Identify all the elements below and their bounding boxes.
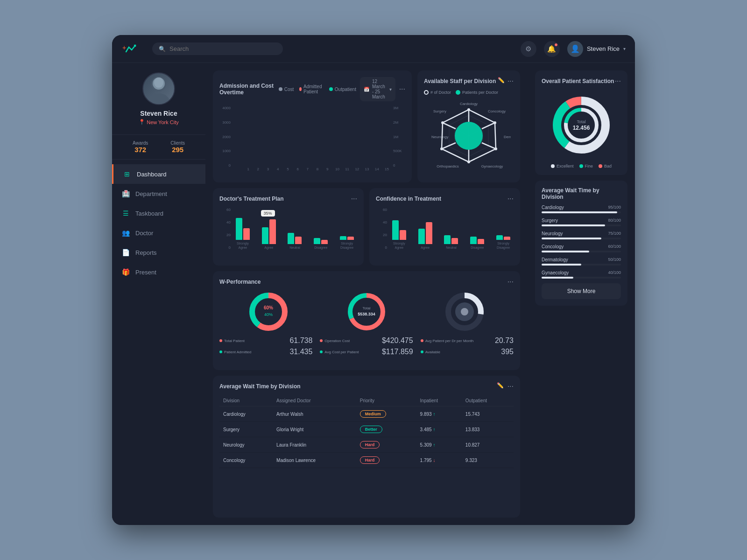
sidebar-item-taskboard[interactable]: ☰ Taskboard: [112, 203, 205, 223]
wperf-title: W-Performance: [219, 279, 261, 285]
location-icon: 📍: [139, 119, 145, 125]
svg-text:40%: 40%: [264, 312, 273, 317]
content-area: Admission and Cost Overtime Cost: [205, 63, 635, 525]
satisfaction-menu[interactable]: ···: [615, 77, 621, 85]
wperf-header: W-Performance ···: [219, 278, 514, 286]
donut1-container: 60% 40%: [247, 291, 289, 333]
settings-button[interactable]: ⚙: [521, 41, 536, 57]
chevron-down-icon: ▾: [623, 46, 626, 51]
date-filter[interactable]: 📅 12 March - 25 March ▾: [360, 77, 395, 101]
division-bar-dermatology: Dermatology 50/100: [542, 257, 621, 266]
admission-menu[interactable]: ···: [399, 85, 405, 93]
big-donut: Total 12.456: [542, 90, 621, 160]
bar-group-9: 9: [323, 167, 332, 171]
clients-stat: Clients 295: [170, 140, 185, 154]
wait-time-card: Average Wait Time by Division Cardiology…: [535, 181, 627, 306]
bars-area: 1 2 3 4 5: [233, 106, 391, 171]
spider-chart: Cardiology Concology Dermatology Gynaeco…: [424, 98, 514, 173]
table-title: Average Wait Time by Division: [219, 383, 301, 390]
edit-icon[interactable]: ✏️: [498, 77, 505, 85]
table-menu[interactable]: ···: [507, 382, 514, 391]
stat-operation-cost: Operation Cost $420.475: [320, 336, 413, 345]
svg-text:Total: Total: [577, 119, 585, 124]
bar-group-14: 14: [373, 167, 381, 171]
stat-patient-admitted: Patient Admitted 31.435: [219, 348, 312, 356]
doctor-icon: 👥: [121, 229, 130, 237]
header-right: ⚙ 🔔 👤 Steven Rice ▾: [521, 41, 626, 57]
sidebar-item-department[interactable]: 🏥 Department: [112, 184, 205, 203]
calendar-icon: 📅: [364, 87, 369, 92]
show-more-button[interactable]: Show More: [542, 283, 621, 299]
staff-card-title: Available Staff per Division: [424, 78, 496, 84]
donut-row: 60% 40% Total $538.334: [219, 291, 514, 333]
bar-group-3: 3: [263, 167, 272, 171]
admission-card: Admission and Cost Overtime Cost: [213, 70, 412, 182]
sidebar-item-present[interactable]: 🎁 Present: [112, 262, 205, 282]
app-container: + 🔍 ⚙ 🔔 👤 Steven Rice ▾: [112, 35, 635, 525]
wperf-stats: Total Patient 61.738 Operation Cost $420…: [219, 336, 514, 356]
division-bar-cardiology: Cardiology 95/100: [542, 205, 621, 213]
bar-group-11: 11: [343, 167, 352, 171]
wait-time-header: Average Wait Time by Division: [542, 187, 621, 200]
user-info[interactable]: 👤 Steven Rice ▾: [567, 41, 626, 57]
svg-text:Surgery: Surgery: [433, 109, 446, 113]
search-bar[interactable]: 🔍: [152, 42, 283, 55]
treatment-chart: 60 40 20 0 35%: [219, 208, 357, 259]
sidebar-item-doctor[interactable]: 👥 Doctor: [112, 223, 205, 243]
division-bars: Cardiology 95/100 Surgery 80/100 Neurolo…: [542, 205, 621, 279]
right-panel: Overall Patient Satisfaction ···: [528, 63, 635, 525]
sidebar-item-dashboard[interactable]: ⊞ Dashboard: [112, 164, 205, 184]
division-bar-surgery: Surgery 80/100: [542, 218, 621, 226]
svg-line-32: [442, 143, 456, 149]
svg-text:+: +: [122, 44, 126, 51]
svg-text:Total: Total: [363, 306, 371, 310]
bar-group-1: 1: [244, 167, 253, 171]
bar-group-strongly-agree: StronglyAgree: [233, 200, 253, 250]
bar-group-15: 15: [382, 167, 391, 171]
legend-admitted: Admitted Patient: [299, 84, 323, 94]
header: + 🔍 ⚙ 🔔 👤 Steven Rice ▾: [112, 35, 635, 63]
bar-group-10: 10: [333, 167, 342, 171]
svg-text:Concology: Concology: [488, 109, 506, 113]
notifications-button[interactable]: 🔔: [544, 41, 560, 57]
treatment-card: Doctor's Treatment Plan ··· 60 40 20 0: [213, 188, 364, 266]
admission-card-header: Admission and Cost Overtime Cost: [219, 77, 405, 101]
profile-section: Steven Rice 📍 New York City: [112, 72, 205, 135]
donut3-container: [444, 291, 486, 333]
nav-items: ⊞ Dashboard 🏥 Department ☰ Taskboard 👥 D…: [112, 160, 205, 516]
svg-text:Orthopaedics: Orthopaedics: [437, 164, 459, 168]
doctor-count-dot: [424, 90, 429, 95]
division-bar-gynaecology: Gynaecology 40/100: [542, 270, 621, 279]
stat-total-patient: Total Patient 61.738: [219, 336, 312, 345]
satisfaction-header: Overall Patient Satisfaction ···: [542, 77, 621, 85]
sidebar: Steven Rice 📍 New York City Awards 372 C…: [112, 63, 205, 525]
division-bar-concology: Concology 60/100: [542, 244, 621, 252]
department-icon: 🏥: [121, 189, 130, 198]
table-wrap: Division Assigned Doctor Priority Inpati…: [219, 395, 514, 468]
middle-row: Doctor's Treatment Plan ··· 60 40 20 0: [213, 188, 520, 266]
stat-avg-cost: Avg Cost per Patient $117.859: [320, 348, 413, 356]
wperformance-card: W-Performance ··· 60% 40%: [213, 271, 520, 370]
bar-group-5: 5: [283, 167, 292, 171]
logo: +: [121, 41, 138, 57]
confidence-chart: 60 40 20 0 Str: [376, 208, 514, 259]
svg-point-21: [455, 122, 483, 150]
col-doctor: Assigned Doctor: [273, 395, 356, 406]
staff-menu[interactable]: ···: [507, 77, 514, 85]
top-row: Admission and Cost Overtime Cost: [213, 70, 520, 182]
staff-card: Available Staff per Division ✏️ ··· # of…: [417, 70, 520, 182]
svg-point-2: [148, 93, 170, 105]
satisfaction-legend: Excellent Fine Bad: [542, 164, 621, 168]
profile-location: 📍 New York City: [139, 119, 178, 125]
search-input[interactable]: [169, 45, 276, 52]
notification-badge: [554, 43, 558, 47]
svg-text:Neurology: Neurology: [431, 135, 448, 139]
profile-avatar: [142, 72, 175, 105]
table-edit-icon[interactable]: ✏️: [497, 382, 504, 391]
search-icon: 🔍: [159, 46, 166, 52]
sidebar-item-reports[interactable]: 📄 Reports: [112, 243, 205, 262]
chevron-icon: ▾: [389, 87, 392, 92]
col-division: Division: [219, 395, 273, 406]
bar-group-13: 13: [362, 167, 371, 171]
wperf-menu[interactable]: ···: [507, 278, 514, 286]
